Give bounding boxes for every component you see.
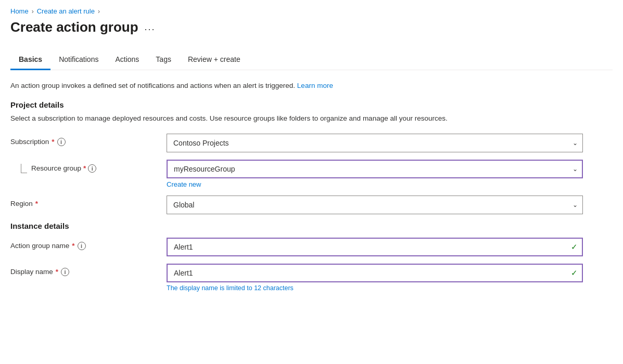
subscription-info-icon[interactable]: i xyxy=(57,138,66,146)
resource-group-info-icon[interactable]: i xyxy=(88,164,96,173)
project-details-desc: Select a subscription to manage deployed… xyxy=(10,113,613,124)
resource-group-label: Resource group * i xyxy=(10,160,167,173)
resource-group-control: myResourceGroup ⌄ Create new xyxy=(167,160,583,188)
instance-details-section: Instance details Action group name * i ✓… xyxy=(10,222,613,292)
region-select-wrapper: Global ⌄ xyxy=(167,196,583,214)
action-group-name-input-wrapper: ✓ xyxy=(167,238,583,256)
indent-corner xyxy=(21,164,27,173)
display-name-input-wrapper: ✓ xyxy=(167,264,583,282)
display-name-required: * xyxy=(56,268,58,276)
action-group-name-control: ✓ xyxy=(167,238,583,256)
page-title: Create action group xyxy=(10,19,138,35)
page-menu-button[interactable]: ... xyxy=(145,22,156,33)
project-details-title: Project details xyxy=(10,100,613,109)
instance-details-title: Instance details xyxy=(10,222,613,230)
action-group-name-info-icon[interactable]: i xyxy=(78,242,86,250)
resource-group-required: * xyxy=(83,164,86,172)
tab-tags[interactable]: Tags xyxy=(147,50,180,70)
tab-actions[interactable]: Actions xyxy=(107,50,147,70)
resource-group-select-wrapper: myResourceGroup ⌄ xyxy=(167,160,583,178)
page-title-row: Create action group ... xyxy=(10,19,613,35)
display-name-hint: The display name is limited to 12 charac… xyxy=(167,284,583,292)
tab-review-create[interactable]: Review + create xyxy=(180,50,249,70)
resource-group-select[interactable]: myResourceGroup xyxy=(167,160,583,178)
tab-notifications[interactable]: Notifications xyxy=(50,50,107,70)
create-new-link[interactable]: Create new xyxy=(167,180,201,188)
region-required: * xyxy=(35,200,38,207)
resource-group-row: Resource group * i myResourceGroup ⌄ Cre… xyxy=(10,160,613,188)
action-group-name-input[interactable] xyxy=(167,238,583,256)
breadcrumb-home[interactable]: Home xyxy=(10,7,29,15)
subscription-row: Subscription * i Contoso Projects ⌄ xyxy=(10,134,613,152)
action-group-name-label: Action group name * i xyxy=(10,238,167,250)
project-details-section: Project details Select a subscription to… xyxy=(10,100,613,214)
learn-more-link[interactable]: Learn more xyxy=(297,82,333,89)
region-row: Region * Global ⌄ xyxy=(10,196,613,214)
tab-bar: Basics Notifications Actions Tags Review… xyxy=(10,50,613,70)
breadcrumb-alert-rule[interactable]: Create an alert rule xyxy=(37,7,95,15)
tab-basics[interactable]: Basics xyxy=(10,50,50,70)
breadcrumb-sep-1: › xyxy=(32,8,34,15)
display-name-label: Display name * i xyxy=(10,264,167,276)
subscription-required: * xyxy=(52,138,54,146)
display-name-control: ✓ The display name is limited to 12 char… xyxy=(167,264,583,292)
intro-text: An action group invokes a defined set of… xyxy=(10,81,613,91)
region-select[interactable]: Global xyxy=(167,196,583,214)
region-control: Global ⌄ xyxy=(167,196,583,214)
display-name-input[interactable] xyxy=(167,264,583,282)
breadcrumb-sep-2: › xyxy=(98,8,100,15)
action-group-name-required: * xyxy=(72,242,74,250)
breadcrumb: Home › Create an alert rule › xyxy=(10,0,613,19)
display-name-info-icon[interactable]: i xyxy=(61,268,69,276)
subscription-label: Subscription * i xyxy=(10,134,167,146)
display-name-row: Display name * i ✓ The display name is l… xyxy=(10,264,613,292)
action-group-name-row: Action group name * i ✓ xyxy=(10,238,613,256)
region-label: Region * xyxy=(10,196,167,207)
subscription-select[interactable]: Contoso Projects xyxy=(167,134,583,152)
subscription-select-wrapper: Contoso Projects ⌄ xyxy=(167,134,583,152)
subscription-control: Contoso Projects ⌄ xyxy=(167,134,583,152)
